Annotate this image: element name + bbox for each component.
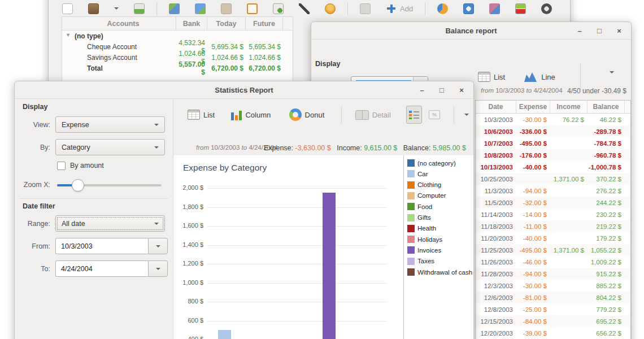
by-amount-checkbox[interactable]	[57, 162, 66, 170]
payees-toolbar-button[interactable]	[195, 3, 206, 14]
balance-table-row[interactable]: 10/3/2003-30.00 $76.22 $46.22 $	[476, 114, 630, 125]
balance-table-row[interactable]: 12/6/2003-81.00 $804.22 $	[476, 292, 630, 303]
view-select[interactable]: Expense	[55, 116, 165, 133]
bar-chart-toolbar-button[interactable]	[515, 3, 526, 14]
clock-toolbar-button[interactable]	[463, 3, 474, 14]
y-axis-tick-label: 600 $	[176, 317, 203, 324]
balance-table-row[interactable]: 10/13/2003-40.00 $-1,000.78 $	[476, 161, 630, 173]
balance-table-row[interactable]: 11/14/2003-14.00 $230.22 $	[476, 208, 630, 220]
gridline	[207, 264, 388, 264]
accounts-table-header: Accounts Bank Today Future	[62, 17, 293, 31]
from-date-value[interactable]: 10/3/2003	[55, 238, 148, 254]
balance-table-row[interactable]: 10/6/2003-336.00 $-289.78 $	[476, 125, 630, 137]
zoom-x-slider[interactable]	[57, 184, 162, 186]
cell-date: 12/3/2003	[476, 282, 516, 289]
account-row[interactable]: Total5,557.00 $6,720.00 $6,720.00 $	[62, 63, 293, 73]
dropdown-caret-toolbar-button[interactable]	[114, 5, 119, 12]
header-balance[interactable]: Balance	[588, 101, 625, 113]
balance-table-row[interactable]: 11/18/2003-11.00 $219.22 $	[476, 220, 630, 232]
to-date-dropdown-button[interactable]	[148, 260, 168, 277]
balance-table-row[interactable]: 10/7/2003-495.00 $-784.78 $	[476, 137, 630, 149]
minimize-button[interactable]: –	[576, 22, 584, 40]
balance-table-row[interactable]: 12/8/2003-25.00 $779.22 $	[476, 303, 630, 315]
accounts-header-future[interactable]: Future	[246, 17, 283, 30]
from-date-dropdown-button[interactable]	[148, 238, 168, 254]
import-toolbar-button[interactable]	[134, 3, 145, 14]
mail-toolbar-button[interactable]	[273, 3, 284, 14]
header-date[interactable]: Date	[476, 101, 516, 113]
pie-chart-toolbar-button[interactable]	[437, 3, 448, 14]
detail-button[interactable]: Detail	[355, 110, 391, 120]
line-view-button[interactable]: Line	[523, 71, 555, 82]
list-view-label: List	[494, 73, 505, 81]
legend-label: Invoices	[417, 247, 441, 254]
cell-date: 12/20/2003	[476, 330, 516, 337]
new-file-toolbar-button[interactable]	[62, 3, 73, 14]
balance-table-row[interactable]: 12/20/2003-39.00 $656.22 $	[476, 327, 630, 339]
stats-titlebar[interactable]: Statistics Report – □ ×	[15, 81, 473, 99]
range-select[interactable]: All date	[55, 215, 165, 232]
period-to-word: to	[526, 87, 532, 94]
gridline	[207, 321, 388, 321]
accounts-header-accounts[interactable]: Accounts	[71, 17, 176, 30]
balance-table-row[interactable]: 11/5/2003-32.00 $244.22 $	[476, 197, 630, 208]
from-date-picker[interactable]: 10/3/2003	[55, 238, 168, 254]
range-select-value: All date	[62, 220, 154, 228]
minimize-button[interactable]: –	[418, 81, 426, 99]
column-view-button[interactable]: Column	[230, 110, 271, 120]
toolbar-separator	[580, 63, 581, 90]
add-button-toolbar-button[interactable]: Add	[386, 3, 413, 14]
close-button[interactable]: ×	[615, 22, 623, 40]
donut-view-button[interactable]: Donut	[289, 108, 325, 121]
balance-more-options-button[interactable]	[610, 68, 614, 78]
balance-table-row[interactable]: 11/3/2003-94.00 $276.22 $	[476, 185, 630, 197]
print-toolbar-button[interactable]	[88, 3, 99, 14]
balance-table-row[interactable]: 11/28/2003-94.00 $915.22 $	[476, 268, 630, 280]
balance-titlebar[interactable]: Balance report – □ ×	[311, 22, 631, 40]
header-income[interactable]: Income	[550, 101, 588, 113]
balance-table-row[interactable]: 12/15/2003-84.00 $695.22 $	[476, 315, 630, 327]
maximize-button[interactable]: □	[438, 81, 446, 99]
cell-balance: -960.78 $	[588, 152, 625, 159]
list-view-button[interactable]: List	[478, 72, 505, 82]
today-value: 6,720.00 $	[207, 64, 246, 72]
balance-table-row[interactable]: 10/25/20031,371.00 $370.22 $	[476, 173, 630, 185]
header-expense[interactable]: Expense	[516, 101, 550, 113]
close-button[interactable]: ×	[458, 81, 465, 99]
tree-expand-icon[interactable]: ▾	[67, 32, 69, 38]
dashboard-toolbar-button[interactable]	[541, 3, 552, 14]
percent-toggle-button[interactable]	[428, 106, 442, 124]
by-select[interactable]: Category	[55, 139, 165, 155]
balance-table-body: 10/3/2003-30.00 $76.22 $46.22 $10/6/2003…	[476, 114, 630, 339]
balance-table-row[interactable]: 10/8/2003-176.00 $-960.78 $	[476, 149, 630, 161]
accounts-header-today[interactable]: Today	[207, 17, 246, 30]
accounts-toolbar-button[interactable]	[169, 3, 180, 14]
balance-table-row[interactable]: 11/25/2003-495.00 $1,371.00 $1,055.22 $	[476, 244, 630, 256]
accounts-header-bank[interactable]: Bank	[176, 17, 207, 30]
operations-toolbar-button[interactable]	[221, 3, 232, 14]
edit-toolbar-button[interactable]	[299, 3, 310, 14]
cell-balance: -1,000.78 $	[588, 164, 625, 171]
maximize-button[interactable]: □	[595, 22, 603, 40]
legend-label: Holidays	[417, 236, 442, 243]
to-date-picker[interactable]: 4/24/2004	[55, 260, 168, 277]
slider-thumb[interactable]	[72, 179, 84, 192]
legend-toggle-button[interactable]	[406, 106, 422, 124]
import-icon	[134, 3, 145, 14]
balance-table-row[interactable]: 11/26/2003-46.00 $1,009.22 $	[476, 256, 630, 268]
list-view-button[interactable]: List	[188, 110, 215, 120]
report-toolbar-button[interactable]	[360, 3, 371, 14]
stats-more-options-button[interactable]	[459, 106, 473, 124]
to-date-value[interactable]: 4/24/2004	[55, 260, 148, 277]
scheduled-toolbar-button[interactable]	[247, 3, 258, 14]
cell-balance: -289.78 $	[588, 128, 625, 135]
money-toolbar-button[interactable]	[325, 3, 336, 14]
line-chart-toolbar-button[interactable]	[489, 3, 500, 14]
balance-table-row[interactable]: 11/20/2003-40.00 $179.22 $	[476, 232, 630, 244]
column-chart-icon	[230, 110, 242, 120]
cell-expense: -46.00 $	[516, 259, 550, 266]
balance-table-row[interactable]: 12/3/2003-30.00 $885.22 $	[476, 280, 630, 292]
mail-icon	[273, 3, 284, 14]
cell-date: 11/5/2003	[476, 199, 516, 206]
chevron-down-icon	[154, 124, 159, 128]
